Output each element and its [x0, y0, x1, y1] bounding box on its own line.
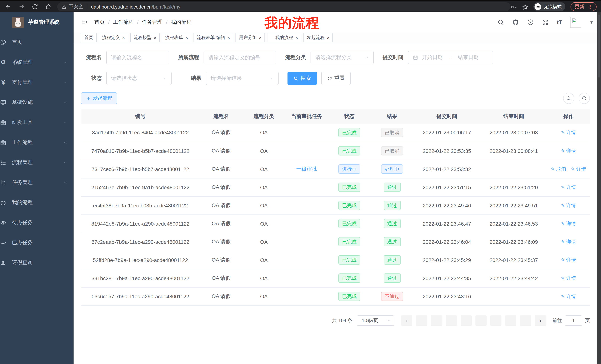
action-link[interactable]: ✎ 详情 — [561, 147, 576, 154]
page-button[interactable] — [520, 315, 531, 326]
tab[interactable]: 流程定义 × — [99, 33, 128, 42]
password-key-icon[interactable] — [510, 3, 517, 10]
page-button[interactable] — [490, 315, 501, 326]
reload-icon[interactable] — [31, 3, 39, 10]
create-process-button[interactable]: ＋ 发起流程 — [81, 92, 117, 104]
sidebar-item[interactable]: 首页 — [0, 32, 74, 52]
warning-icon — [62, 4, 67, 9]
sidebar-item[interactable]: 工作流程 — [0, 133, 74, 153]
tab[interactable]: 我的流程 × — [267, 33, 301, 42]
prev-page-button[interactable]: ‹ — [401, 315, 412, 326]
close-icon[interactable]: × — [185, 35, 188, 40]
bookmark-star-icon[interactable] — [522, 3, 528, 10]
sidebar-item[interactable]: ⚙ 系统管理 — [0, 52, 74, 72]
action-link[interactable]: ✎ 详情 — [561, 220, 576, 227]
page-size-select[interactable]: 10条/页 — [357, 315, 394, 326]
status-select[interactable]: 请选择状态 — [106, 72, 172, 85]
refresh-button[interactable] — [579, 93, 590, 104]
cell-name: OA 请假 — [200, 287, 242, 305]
browser-menu-icon[interactable]: ⋮ — [588, 4, 592, 10]
action-link[interactable]: ✎ 详情 — [561, 184, 576, 191]
close-icon[interactable]: × — [295, 35, 298, 40]
breadcrumb-item[interactable]: 任务管理 — [142, 19, 171, 25]
scrollbar-thumb[interactable] — [598, 14, 600, 77]
breadcrumb-item[interactable]: 我的流程 — [171, 19, 191, 25]
action-link[interactable]: ✎ 详情 — [571, 166, 586, 172]
yen-icon: ¥ — [0, 79, 6, 86]
github-icon[interactable] — [512, 19, 519, 25]
tab[interactable]: 首页 × — [81, 33, 97, 42]
update-button[interactable]: 更新 ⋮ — [571, 2, 597, 11]
sidebar-item[interactable]: 请假查询 — [0, 253, 74, 273]
edit-icon: ✎ — [561, 239, 565, 244]
submit-time-range[interactable]: 开始日期 - 结束日期 — [408, 51, 493, 64]
page-button[interactable] — [475, 315, 487, 326]
search-icon[interactable] — [497, 19, 504, 25]
breadcrumb-item[interactable]: 工作流程 — [113, 19, 142, 25]
cell-id: 7470a810-7b9b-11ec-b5b7-acde48001122 — [81, 142, 200, 160]
parent-process-input[interactable] — [204, 51, 276, 64]
hamburger-icon[interactable] — [81, 18, 88, 26]
forward-icon[interactable] — [18, 3, 25, 10]
back-icon[interactable] — [4, 3, 12, 10]
sidebar-item[interactable]: 流程管理 — [0, 153, 74, 172]
sidebar-item[interactable]: 研发工具 — [0, 112, 74, 133]
edit-icon: ✎ — [561, 276, 565, 281]
tab[interactable]: 流程表单-编辑 × — [193, 33, 233, 42]
search-button[interactable]: 搜索 — [288, 72, 317, 85]
table-row: 03c6c157-7b9a-11ec-a290-acde48001122 OA … — [81, 287, 590, 305]
action-link[interactable]: ✎ 详情 — [561, 293, 576, 300]
task-link[interactable]: 一级审批 — [296, 166, 317, 172]
fullscreen-icon[interactable] — [542, 19, 549, 25]
help-icon[interactable]: ? — [527, 19, 534, 25]
sidebar-item[interactable]: ¥ 支付管理 — [0, 72, 74, 92]
result-select[interactable]: 请选择流结果 — [206, 72, 279, 85]
close-icon[interactable]: × — [154, 35, 156, 40]
page-button[interactable] — [446, 315, 457, 326]
tab[interactable]: 发起流程 × — [303, 33, 333, 42]
page-button[interactable] — [461, 315, 472, 326]
tab[interactable]: 用户分组 × — [235, 33, 265, 42]
sidebar-item[interactable]: 任务管理 — [0, 172, 74, 192]
start-date-placeholder[interactable]: 开始日期 — [422, 54, 443, 61]
close-icon[interactable]: × — [259, 35, 261, 40]
action-link[interactable]: ✎ 取消 — [551, 166, 566, 172]
tab[interactable]: 流程表单 × — [162, 33, 191, 42]
process-name-label: 流程名 — [81, 54, 106, 61]
breadcrumb-item[interactable]: 首页 — [94, 19, 113, 25]
goto-page-input[interactable] — [565, 315, 582, 326]
next-page-button[interactable]: › — [535, 315, 546, 326]
font-size-icon[interactable]: tT — [557, 19, 562, 25]
toggle-search-button[interactable] — [563, 93, 574, 104]
close-icon[interactable]: × — [227, 35, 230, 40]
page-button[interactable] — [416, 315, 427, 326]
caret-down-icon[interactable]: ▼ — [590, 20, 594, 24]
avatar[interactable] — [570, 17, 581, 28]
reset-button[interactable]: 重置 — [321, 72, 351, 85]
page-button[interactable] — [505, 315, 516, 326]
cell-result: 通过 — [371, 178, 413, 196]
sidebar-item[interactable]: 我的流程 — [0, 192, 74, 213]
action-link[interactable]: ✎ 详情 — [561, 202, 576, 209]
sidebar-item[interactable]: 已办任务 — [0, 233, 74, 253]
end-date-placeholder[interactable]: 结束日期 — [458, 54, 479, 61]
action-link[interactable]: ✎ 详情 — [561, 257, 576, 263]
sidebar-item[interactable]: 基础设施 — [0, 92, 74, 112]
action-link[interactable]: ✎ 详情 — [561, 275, 576, 281]
address-bar[interactable]: 不安全 dashboard.yudao.iocoder.cn /bpm/task… — [57, 2, 510, 11]
action-link[interactable]: ✎ 详情 — [561, 129, 576, 136]
sidebar: 芋道管理系统 首页 ⚙ 系统管理 ¥ 支付管理 — [0, 12, 74, 364]
logo-image — [12, 17, 24, 28]
tab[interactable]: 流程模型 × — [130, 33, 160, 42]
security-label[interactable]: 不安全 — [69, 3, 83, 10]
action-link[interactable]: ✎ 详情 — [561, 238, 576, 245]
page-button[interactable] — [431, 315, 442, 326]
process-name-input[interactable] — [106, 51, 169, 64]
home-icon[interactable] — [45, 3, 52, 10]
scrollbar[interactable] — [597, 12, 601, 364]
close-icon[interactable]: × — [327, 35, 330, 40]
close-icon[interactable]: × — [122, 35, 125, 40]
tree-icon — [0, 159, 6, 166]
sidebar-item[interactable]: 待办任务 — [0, 213, 74, 233]
category-select[interactable]: 请选择流程分类 — [311, 51, 374, 64]
